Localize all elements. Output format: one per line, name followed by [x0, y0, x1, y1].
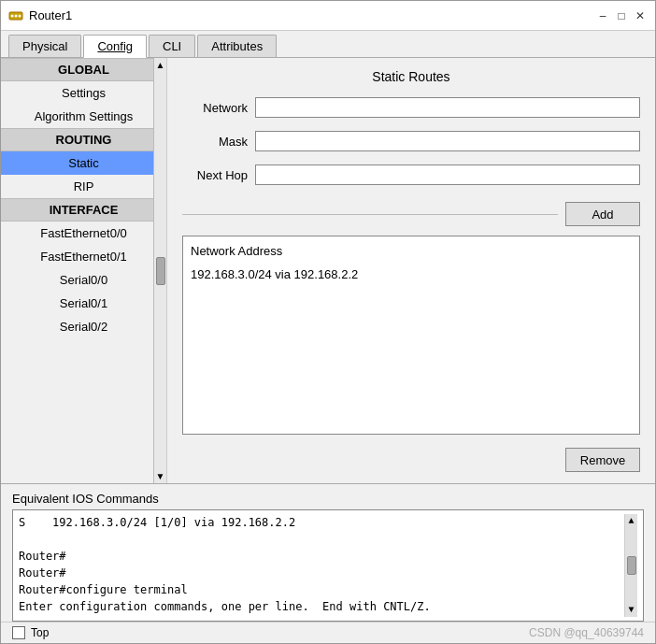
top-label: Top — [31, 626, 49, 639]
window-title: Router1 — [29, 8, 72, 22]
terminal-scroll-thumb[interactable] — [627, 556, 636, 575]
sidebar-item-settings[interactable]: Settings — [1, 81, 166, 105]
remove-button[interactable]: Remove — [565, 448, 640, 472]
window: Router1 – □ ✕ Physical Config CLI Attrib… — [0, 0, 656, 644]
sidebar: GLOBAL Settings Algorithm Settings ROUTI… — [1, 58, 167, 483]
network-label: Network — [182, 101, 248, 115]
tab-bar: Physical Config CLI Attributes — [1, 31, 655, 58]
ios-text[interactable]: S 192.168.3.0/24 [1/0] via 192.168.2.2 R… — [19, 514, 624, 617]
ios-label: Equivalent IOS Commands — [12, 492, 644, 506]
mask-label: Mask — [182, 135, 248, 149]
network-address-box: Network Address 192.168.3.0/24 via 192.1… — [182, 236, 640, 435]
ios-section: Equivalent IOS Commands S 192.168.3.0/24… — [1, 483, 655, 622]
terminal-scrollbar[interactable]: ▲ ▼ — [624, 514, 637, 617]
sidebar-scrollbar[interactable]: ▲ ▼ — [153, 58, 166, 483]
scroll-thumb[interactable] — [156, 257, 165, 285]
nexthop-label: Next Hop — [182, 168, 248, 182]
title-controls: – □ ✕ — [595, 8, 648, 23]
remove-row: Remove — [182, 448, 640, 472]
network-row: Network — [182, 97, 640, 118]
status-bar: Top CSDN @qq_40639744 — [1, 622, 655, 643]
sidebar-item-fastethernet01[interactable]: FastEthernet0/1 — [1, 245, 166, 268]
tab-cli[interactable]: CLI — [149, 35, 195, 57]
add-row: Add — [182, 202, 640, 226]
scroll-up-arrow[interactable]: ▲ — [156, 60, 165, 70]
divider — [182, 214, 558, 215]
maximize-button[interactable]: □ — [614, 8, 629, 23]
sidebar-inner: GLOBAL Settings Algorithm Settings ROUTI… — [1, 58, 166, 483]
minimize-button[interactable]: – — [595, 8, 610, 23]
nexthop-row: Next Hop — [182, 165, 640, 185]
content: GLOBAL Settings Algorithm Settings ROUTI… — [1, 58, 655, 483]
sidebar-item-algorithm-settings[interactable]: Algorithm Settings — [1, 105, 166, 128]
sidebar-item-serial02[interactable]: Serial0/2 — [1, 315, 166, 338]
mask-input[interactable] — [255, 131, 640, 151]
mask-row: Mask — [182, 131, 640, 151]
sidebar-section-global: GLOBAL — [1, 58, 166, 81]
main-panel: Static Routes Network Mask Next Hop Add … — [167, 58, 655, 483]
title-bar: Router1 – □ ✕ — [1, 1, 655, 31]
svg-point-1 — [11, 14, 14, 17]
title-bar-left: Router1 — [8, 8, 72, 23]
nexthop-input[interactable] — [255, 165, 640, 185]
add-button[interactable]: Add — [565, 202, 640, 226]
close-button[interactable]: ✕ — [633, 8, 648, 23]
sidebar-section-interface: INTERFACE — [1, 198, 166, 222]
ios-terminal: S 192.168.3.0/24 [1/0] via 192.168.2.2 R… — [12, 509, 644, 622]
sidebar-item-fastethernet00[interactable]: FastEthernet0/0 — [1, 222, 166, 245]
sidebar-section-routing: ROUTING — [1, 128, 166, 151]
top-checkbox[interactable] — [12, 626, 25, 639]
sidebar-item-static[interactable]: Static — [1, 151, 166, 175]
tab-config[interactable]: Config — [83, 35, 147, 58]
terminal-scroll-down[interactable]: ▼ — [628, 605, 634, 615]
svg-point-2 — [15, 14, 18, 17]
watermark: CSDN @qq_40639744 — [529, 626, 644, 639]
sidebar-item-serial00[interactable]: Serial0/0 — [1, 268, 166, 292]
sidebar-item-rip[interactable]: RIP — [1, 175, 166, 198]
terminal-scroll-up[interactable]: ▲ — [628, 516, 634, 526]
network-address-entry-0[interactable]: 192.168.3.0/24 via 192.168.2.2 — [191, 265, 632, 283]
svg-point-3 — [19, 14, 21, 17]
sidebar-item-serial01[interactable]: Serial0/1 — [1, 292, 166, 315]
status-left: Top — [12, 626, 49, 639]
router-icon — [8, 8, 23, 23]
network-input[interactable] — [255, 97, 640, 118]
tab-physical[interactable]: Physical — [8, 35, 81, 57]
scroll-down-arrow[interactable]: ▼ — [156, 471, 165, 481]
tab-attributes[interactable]: Attributes — [197, 35, 277, 57]
section-title: Static Routes — [182, 69, 640, 84]
network-address-title: Network Address — [191, 244, 632, 258]
